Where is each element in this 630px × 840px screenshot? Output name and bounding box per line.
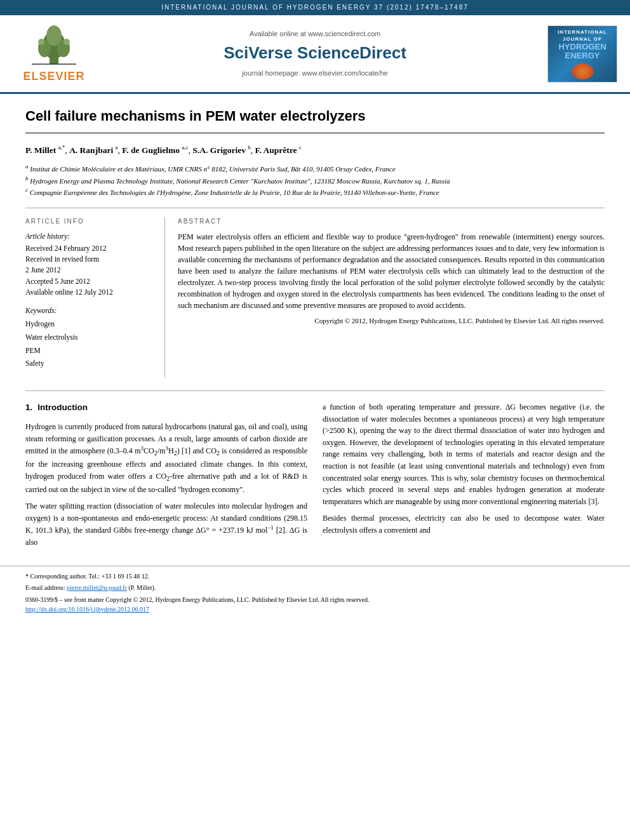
section1-title: Introduction (37, 401, 88, 415)
author-millet-affil: a,* (58, 144, 65, 150)
article-info-column: ARTICLE INFO Article history: Received 2… (25, 217, 165, 378)
section1-para1: Hydrogen is currently produced from natu… (25, 421, 307, 495)
keyword-water-electrolysis: Water electrolysis (25, 331, 156, 344)
abstract-text: PEM water electrolysis offers an efficie… (178, 231, 605, 311)
elsevier-tree-icon (25, 23, 83, 67)
svg-point-4 (46, 25, 62, 46)
sciencedirect-area: Available online at www.sciencedirect.co… (95, 29, 535, 78)
author-ranjbari-affil: a (116, 144, 118, 150)
journal-header: ELSEVIER Available online at www.science… (0, 15, 630, 94)
received-date: Received 24 February 2012 (25, 243, 156, 254)
section1-number: 1. (25, 401, 32, 415)
author-ranjbari: A. Ranjbari (69, 145, 113, 154)
journal-cover-image: INTERNATIONAL JOURNAL OF HYDROGENENERGY (547, 25, 617, 83)
abstract-label: ABSTRACT (178, 217, 605, 226)
article-info-abstract-section: ARTICLE INFO Article history: Received 2… (25, 208, 605, 378)
svg-point-6 (64, 39, 70, 45)
journal-homepage-text: journal homepage: www.elsevier.com/locat… (95, 69, 535, 78)
banner-text: INTERNATIONAL JOURNAL OF HYDROGEN ENERGY… (161, 4, 469, 11)
copyright-text: Copyright © 2012, Hydrogen Energy Public… (178, 316, 605, 326)
keyword-pem: PEM (25, 344, 156, 357)
elsevier-wordmark: ELSEVIER (23, 69, 84, 84)
available-online-date: Available online 12 July 2012 (25, 287, 156, 298)
author-auprete-affil: c (299, 144, 302, 150)
section1-para2: The water splitting reaction (dissociati… (25, 500, 307, 548)
affiliation-a: a Institut de Chimie Moléculaire et des … (25, 163, 605, 174)
article-history-group: Article history: Received 24 February 20… (25, 231, 156, 298)
journal-cover-graphic (572, 63, 594, 79)
journal-cover-title-label: HYDROGENENERGY (558, 43, 606, 61)
keyword-hydrogen: Hydrogen (25, 317, 156, 331)
section1-right-para2: Besides thermal processes, electricity c… (323, 512, 605, 536)
corresponding-author-note: * Corresponding author. Tel.: +33 1 69 1… (25, 571, 605, 581)
affiliation-b: b Hydrogen Energy and Plasma Technology … (25, 175, 605, 186)
sciverse-sci: SciVerse (224, 43, 297, 62)
doi-link[interactable]: http://dx.doi.org/10.1016/j.ijhydene.201… (25, 606, 149, 613)
journal-cover-area: INTERNATIONAL JOURNAL OF HYDROGENENERGY (535, 25, 617, 83)
svg-point-5 (38, 39, 44, 45)
authors-line: P. Millet a,*, A. Ranjbari a, F. de Gugl… (25, 143, 605, 156)
author-guglielmo: F. de Guglielmo (122, 145, 180, 154)
doi-line: http://dx.doi.org/10.1016/j.ijhydene.201… (25, 604, 605, 614)
history-label: Article history: (25, 231, 156, 241)
available-online-text: Available online at www.sciencedirect.co… (95, 29, 535, 39)
journal-cover-int-label: INTERNATIONAL JOURNAL OF (551, 29, 614, 43)
abstract-column: ABSTRACT PEM water electrolysis offers a… (178, 217, 605, 378)
keyword-safety: Safety (25, 357, 156, 370)
author-grigoriev-affil: b (248, 144, 251, 150)
keywords-list: Hydrogen Water electrolysis PEM Safety (25, 317, 156, 370)
footer-bottom-bar: 0360-3199/$ – see front matter Copyright… (25, 595, 605, 604)
elsevier-logo-area: ELSEVIER (13, 23, 95, 84)
article-title: Cell failure mechanisms in PEM water ele… (25, 107, 605, 133)
body-column-left: 1. Introduction Hydrogen is currently pr… (25, 401, 307, 553)
email-note: E-mail address: pierre.millet@u-psud.fr … (25, 583, 605, 592)
author-guglielmo-affil: a,c (182, 144, 188, 150)
article-info-label: ARTICLE INFO (25, 217, 156, 226)
keywords-group: Keywords: Hydrogen Water electrolysis PE… (25, 305, 156, 370)
keywords-label: Keywords: (25, 305, 156, 316)
article-body: Cell failure mechanisms in PEM water ele… (0, 94, 630, 566)
section1-heading: 1. Introduction (25, 401, 307, 415)
author-auprete: F. Auprêtre (255, 145, 297, 154)
revised-date: Received in revised form2 June 2012 (25, 254, 156, 276)
accepted-date: Accepted 5 June 2012 (25, 276, 156, 287)
author-grigoriev: S.A. Grigoriev (192, 145, 246, 154)
main-body-columns: 1. Introduction Hydrogen is currently pr… (25, 401, 605, 553)
journal-banner: INTERNATIONAL JOURNAL OF HYDROGEN ENERGY… (0, 0, 630, 15)
footer-area: * Corresponding author. Tel.: +33 1 69 1… (0, 566, 630, 618)
author-millet: P. Millet (25, 145, 56, 154)
body-column-right: a function of both operating temperature… (323, 401, 605, 553)
email-link[interactable]: pierre.millet@u-psud.fr (67, 584, 127, 591)
sciverse-logo: SciVerse ScienceDirect (224, 41, 406, 64)
issn-text: 0360-3199/$ – see front matter Copyright… (25, 595, 370, 604)
section1-right-para1: a function of both operating temperature… (323, 401, 605, 507)
section-divider (25, 390, 605, 391)
affiliations-block: a Institut de Chimie Moléculaire et des … (25, 163, 605, 197)
affiliation-c: c Compagnie Européenne des Technologies … (25, 186, 605, 197)
sciverse-direct: ScienceDirect (297, 43, 406, 62)
